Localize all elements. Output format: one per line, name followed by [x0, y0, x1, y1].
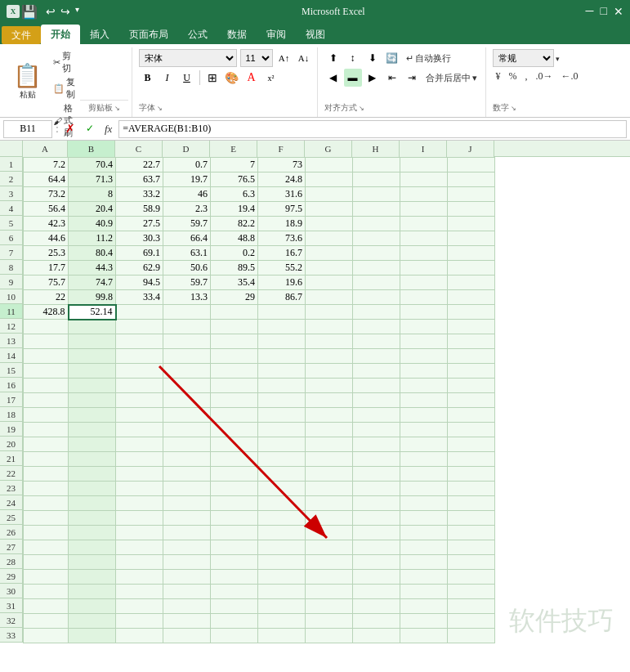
- cell-A6[interactable]: 44.6: [24, 231, 69, 246]
- cell-D19[interactable]: [163, 423, 211, 437]
- row-header-12[interactable]: 12: [0, 319, 23, 334]
- col-header-B[interactable]: B: [68, 141, 115, 157]
- cell-F6[interactable]: 73.6: [258, 231, 306, 246]
- cell-I20[interactable]: [400, 437, 448, 452]
- cell-J2[interactable]: [448, 172, 495, 187]
- cell-C25[interactable]: [116, 511, 163, 526]
- tab-pagelayout[interactable]: 页面布局: [119, 25, 178, 44]
- cell-D33[interactable]: [163, 629, 211, 643]
- cell-E16[interactable]: [211, 379, 258, 393]
- italic-button[interactable]: I: [159, 69, 176, 87]
- row-header-21[interactable]: 21: [0, 451, 23, 466]
- cell-I4[interactable]: [400, 202, 448, 217]
- cell-B25[interactable]: [69, 511, 116, 526]
- row-header-17[interactable]: 17: [0, 392, 23, 407]
- cell-A21[interactable]: [24, 452, 69, 467]
- align-right-button[interactable]: ▶: [364, 69, 382, 87]
- cell-I3[interactable]: [400, 187, 448, 202]
- cell-D21[interactable]: [163, 452, 211, 467]
- cell-I19[interactable]: [400, 423, 448, 437]
- cell-C28[interactable]: [116, 555, 163, 570]
- cell-G19[interactable]: [306, 423, 353, 437]
- cell-A26[interactable]: [24, 526, 69, 540]
- cell-D24[interactable]: [163, 496, 211, 511]
- cell-C2[interactable]: 63.7: [116, 172, 163, 187]
- cell-J30[interactable]: [448, 585, 495, 599]
- cell-J23[interactable]: [448, 482, 495, 496]
- cell-F33[interactable]: [258, 629, 306, 643]
- cell-H17[interactable]: [353, 393, 400, 408]
- cell-B32[interactable]: [69, 614, 116, 629]
- cell-A1[interactable]: 7.2: [24, 158, 69, 172]
- cell-H3[interactable]: [353, 187, 400, 202]
- cell-I30[interactable]: [400, 585, 448, 599]
- cell-I17[interactable]: [400, 393, 448, 408]
- cell-A27[interactable]: [24, 540, 69, 555]
- cell-F10[interactable]: 86.7: [258, 290, 306, 305]
- cell-B13[interactable]: [69, 334, 116, 349]
- cell-D2[interactable]: 19.7: [163, 172, 211, 187]
- decimal-increase-button[interactable]: .0→: [533, 69, 556, 84]
- cell-B28[interactable]: [69, 555, 116, 570]
- col-header-A[interactable]: A: [23, 141, 68, 157]
- col-header-E[interactable]: E: [210, 141, 257, 157]
- cell-D28[interactable]: [163, 555, 211, 570]
- cell-E27[interactable]: [211, 540, 258, 555]
- cell-I22[interactable]: [400, 467, 448, 482]
- cell-J22[interactable]: [448, 467, 495, 482]
- decimal-decrease-button[interactable]: ←.0: [558, 69, 582, 84]
- row-header-25[interactable]: 25: [0, 510, 23, 525]
- redo-button[interactable]: ↪: [59, 5, 72, 19]
- cell-A5[interactable]: 42.3: [24, 217, 69, 231]
- cell-C29[interactable]: [116, 570, 163, 585]
- cell-G12[interactable]: [306, 320, 353, 334]
- col-header-H[interactable]: H: [352, 141, 400, 157]
- cell-B8[interactable]: 44.3: [69, 261, 116, 276]
- cell-F25[interactable]: [258, 511, 306, 526]
- cell-G22[interactable]: [306, 467, 353, 482]
- cell-H25[interactable]: [353, 511, 400, 526]
- cell-A7[interactable]: 25.3: [24, 246, 69, 261]
- cell-J29[interactable]: [448, 570, 495, 585]
- cell-B14[interactable]: [69, 349, 116, 364]
- cell-H9[interactable]: [353, 276, 400, 290]
- cell-G18[interactable]: [306, 408, 353, 423]
- cell-F13[interactable]: [258, 334, 306, 349]
- cell-A9[interactable]: 75.7: [24, 276, 69, 290]
- cell-F32[interactable]: [258, 614, 306, 629]
- subscript-button[interactable]: x²: [262, 69, 280, 87]
- undo-button[interactable]: ↩: [44, 5, 57, 19]
- cell-J27[interactable]: [448, 540, 495, 555]
- number-format-select[interactable]: 常规: [493, 49, 554, 67]
- cell-G8[interactable]: [306, 261, 353, 276]
- undo-dropdown[interactable]: ▾: [74, 5, 81, 19]
- row-header-6[interactable]: 6: [0, 231, 23, 245]
- row-header-14[interactable]: 14: [0, 348, 23, 363]
- row-header-29[interactable]: 29: [0, 569, 23, 584]
- cell-G3[interactable]: [306, 187, 353, 202]
- cell-B9[interactable]: 74.7: [69, 276, 116, 290]
- cell-G9[interactable]: [306, 276, 353, 290]
- cell-B30[interactable]: [69, 585, 116, 599]
- cell-G30[interactable]: [306, 585, 353, 599]
- row-header-11[interactable]: 11: [0, 304, 23, 319]
- cell-F12[interactable]: [258, 320, 306, 334]
- cell-C17[interactable]: [116, 393, 163, 408]
- cell-I13[interactable]: [400, 334, 448, 349]
- cell-D30[interactable]: [163, 585, 211, 599]
- row-header-18[interactable]: 18: [0, 407, 23, 422]
- cell-E2[interactable]: 76.5: [211, 172, 258, 187]
- cell-F23[interactable]: [258, 482, 306, 496]
- align-bottom-button[interactable]: ⬇: [364, 49, 382, 67]
- cell-E32[interactable]: [211, 614, 258, 629]
- cell-F8[interactable]: 55.2: [258, 261, 306, 276]
- cell-C1[interactable]: 22.7: [116, 158, 163, 172]
- cell-E10[interactable]: 29: [211, 290, 258, 305]
- align-top-button[interactable]: ⬆: [324, 49, 342, 67]
- cell-A30[interactable]: [24, 585, 69, 599]
- cell-E18[interactable]: [211, 408, 258, 423]
- cell-J10[interactable]: [448, 290, 495, 305]
- cell-G33[interactable]: [306, 629, 353, 643]
- cell-H24[interactable]: [353, 496, 400, 511]
- cell-J3[interactable]: [448, 187, 495, 202]
